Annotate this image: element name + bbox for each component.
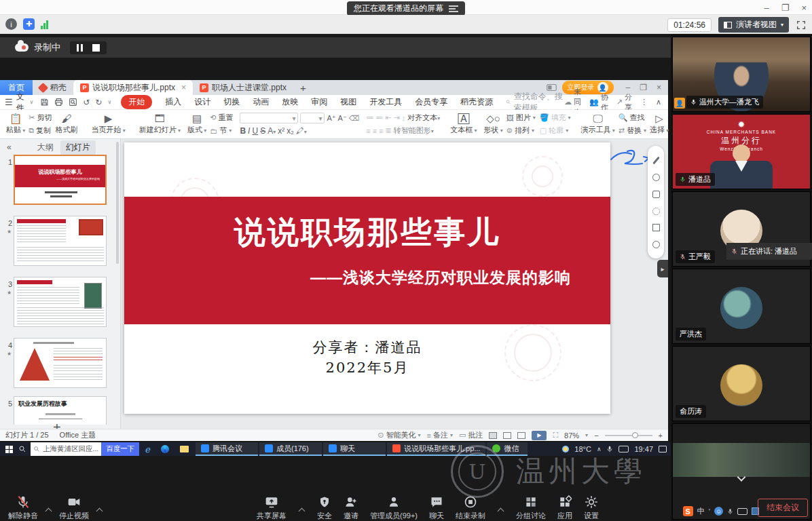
outdent-icon[interactable]: ⇤ xyxy=(385,113,391,122)
layout-button[interactable]: ▤版式 ▾ xyxy=(184,113,210,135)
banner-menu-icon[interactable] xyxy=(449,5,458,12)
share-button[interactable]: ↗分享 xyxy=(616,92,632,113)
justify-icon[interactable]: ≣ xyxy=(386,126,392,135)
stop-video-button[interactable]: 停止视频 xyxy=(59,495,89,521)
taskbar-app-wps[interactable]: 说说职场那些事儿.pp... xyxy=(387,442,485,456)
shape-tool-icon[interactable] xyxy=(652,191,660,198)
align-right-icon[interactable]: ≡ xyxy=(379,127,383,135)
new-tab-button[interactable]: + xyxy=(293,80,313,95)
align-center-icon[interactable]: ≡ xyxy=(373,127,377,135)
mic-options-chevron[interactable] xyxy=(45,507,52,514)
info-icon[interactable]: i xyxy=(5,18,17,30)
apps-button[interactable]: 应用 xyxy=(557,495,572,521)
hamburger-icon[interactable]: ☰ xyxy=(5,97,13,107)
wps-doc-tab-2[interactable]: P 职场人士进课堂.pptx xyxy=(193,80,293,95)
start-button[interactable] xyxy=(0,442,18,456)
fill-button[interactable]: 🪣填充▾ xyxy=(540,113,571,123)
arrange-button[interactable]: ⊜排列▾ xyxy=(506,126,536,136)
wps-docer-tab[interactable]: 稻壳 xyxy=(33,80,73,95)
underline-button[interactable]: U xyxy=(252,126,258,136)
pen-tool-icon[interactable] xyxy=(652,156,660,164)
quickbar-expand-icon[interactable]: ∨ xyxy=(107,99,111,105)
find-button[interactable]: 🔍查找 xyxy=(619,113,646,123)
paste-button[interactable]: 📋粘贴 ▾ xyxy=(3,113,29,135)
decrease-font-icon[interactable]: A⁻ xyxy=(338,114,347,123)
view-mode-button[interactable]: 演讲者视图 ▾ xyxy=(718,17,789,33)
outline-button[interactable]: ▢轮廓▾ xyxy=(540,126,571,136)
zoom-level[interactable]: 87% xyxy=(564,431,579,440)
security-button[interactable]: 安全 xyxy=(317,495,332,521)
tray-keyboard-icon[interactable] xyxy=(619,446,629,452)
section-button[interactable]: 🗀节▾ xyxy=(210,126,233,136)
comments-button[interactable]: ▭批注 xyxy=(459,430,483,440)
share-options-chevron[interactable] xyxy=(299,507,306,514)
video-tile-pandaopin[interactable]: ✹ CHINA MERCHANTS BANK 温州分行 Wenzhou Bran… xyxy=(672,114,811,189)
watching-banner[interactable]: 您正在观看潘道品的屏幕 xyxy=(347,1,465,16)
unmute-button[interactable]: 解除静音 xyxy=(8,495,38,521)
font-color-button[interactable]: A▾ xyxy=(267,126,276,136)
copy-button[interactable]: ⧉复制 xyxy=(29,126,52,136)
italic-button[interactable]: I xyxy=(248,126,250,136)
more-tools-icon[interactable] xyxy=(652,241,660,248)
ribbon-tab-design[interactable]: 设计 xyxy=(194,96,210,109)
ribbon-collapse-icon[interactable]: ∧ xyxy=(656,98,661,107)
bold-button[interactable]: B xyxy=(240,126,246,136)
video-tile-yanhongjie[interactable]: 严洪杰 xyxy=(672,269,811,344)
maximize-button[interactable]: ❐ xyxy=(781,3,790,13)
undo-icon[interactable]: ↺ xyxy=(83,98,90,107)
panel-collapse-icon[interactable]: « xyxy=(7,142,12,152)
stop-recording-button[interactable]: 结束录制 xyxy=(456,495,485,521)
ribbon-tab-dev[interactable]: 开发工具 xyxy=(369,96,402,109)
ribbon-tab-insert[interactable]: 插入 xyxy=(165,96,181,109)
save-icon[interactable] xyxy=(40,98,49,107)
end-meeting-button[interactable]: 结束会议 xyxy=(758,499,808,517)
ime-emoji-icon[interactable]: ☺ xyxy=(714,507,723,516)
taskbar-search-icon[interactable] xyxy=(18,445,26,453)
ribbon-tab-member[interactable]: 会员专享 xyxy=(415,96,447,109)
eraser-tool-icon[interactable] xyxy=(652,224,660,231)
notification-icon[interactable] xyxy=(659,446,667,452)
settings-button[interactable]: 设置 xyxy=(584,495,599,521)
laser-tool-icon[interactable] xyxy=(652,174,660,181)
outline-tab[interactable]: 大纲 xyxy=(37,142,54,153)
ime-mic-icon[interactable] xyxy=(727,507,733,516)
align-text-button[interactable]: 对齐文本 xyxy=(407,113,437,121)
slide-thumb-4[interactable] xyxy=(14,338,107,388)
ime-punct-icon[interactable]: ’ xyxy=(709,507,710,516)
zoom-out-button[interactable]: − xyxy=(594,431,598,440)
preview-icon[interactable] xyxy=(69,98,77,107)
highlight-button[interactable]: 🖍▾ xyxy=(296,126,307,136)
ribbon-tab-view[interactable]: 视图 xyxy=(340,96,356,109)
present-tools-button[interactable]: 🖵演示工具 ▾ xyxy=(578,113,619,135)
font-size-select[interactable]: ▾ xyxy=(300,113,325,123)
ribbon-tab-transition[interactable]: 切换 xyxy=(223,96,240,109)
ribbon-tab-animation[interactable]: 动画 xyxy=(253,96,269,109)
share-screen-button[interactable]: 共享屏幕 xyxy=(257,495,287,521)
taskbar-app-chat[interactable]: 聊天 xyxy=(323,442,386,456)
video-tile-panlongfei[interactable]: 👤 温州大学—潘龙飞 xyxy=(672,37,811,112)
zoom-slider[interactable] xyxy=(605,435,652,436)
number-list-icon[interactable]: ≕ xyxy=(375,113,383,122)
tab-close-icon[interactable]: × xyxy=(181,83,186,92)
security-shield-icon[interactable]: ✚ xyxy=(23,18,35,30)
print-icon[interactable] xyxy=(54,98,63,107)
video-tile-yulitao[interactable]: 俞历涛 xyxy=(672,346,811,421)
shapes-button[interactable]: ◇○形状 ▾ xyxy=(481,113,506,135)
line-spacing-icon[interactable]: ↕ xyxy=(402,114,406,122)
picture-button[interactable]: 🖼图片▾ xyxy=(506,113,536,123)
slideshow-play-button[interactable]: ▶ xyxy=(532,431,547,440)
minimize-button[interactable]: – xyxy=(764,3,769,13)
explorer-icon[interactable] xyxy=(174,442,194,456)
sorter-view-icon[interactable] xyxy=(503,432,511,439)
video-options-chevron[interactable] xyxy=(96,507,103,514)
bullet-list-icon[interactable]: ≔ xyxy=(366,113,373,122)
slides-tab[interactable]: 幻灯片 xyxy=(60,140,96,155)
format-painter-button[interactable]: 🖌格式刷 xyxy=(52,113,81,135)
panel-scrollbar[interactable] xyxy=(116,142,119,264)
zoom-slider-knob[interactable] xyxy=(632,432,638,438)
slide-thumb-3[interactable] xyxy=(14,277,107,327)
tray-mic-icon[interactable] xyxy=(606,445,613,453)
align-left-icon[interactable]: ≡ xyxy=(366,127,370,135)
font-name-select[interactable]: ▾ xyxy=(240,113,298,123)
stop-recording-button[interactable] xyxy=(92,44,100,52)
